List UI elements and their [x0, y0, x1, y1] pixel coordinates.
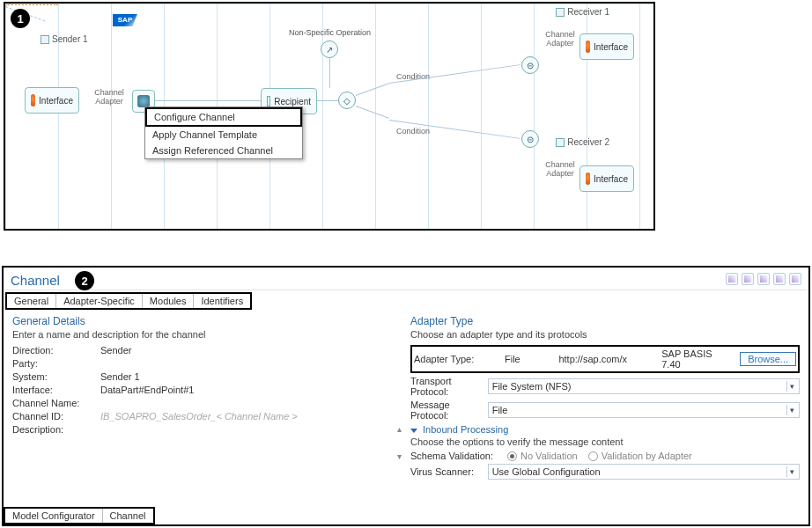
adapter-type-title: Adapter Type — [410, 315, 800, 327]
description-label: Description: — [12, 424, 100, 435]
party-label: Party: — [12, 358, 100, 369]
toolbar-link-icon[interactable] — [773, 273, 786, 285]
interface-icon — [586, 172, 590, 185]
general-details-sub: Enter a name and description for the cha… — [12, 329, 402, 340]
ctx-configure-channel[interactable]: Configure Channel — [145, 107, 302, 127]
tab-modules[interactable]: Modules — [143, 294, 195, 308]
system-value: Sender 1 — [100, 371, 402, 382]
edge-op-down — [329, 58, 330, 88]
description-scroll-arrows: ▴ ▾ — [397, 424, 402, 461]
row-channel-id: Channel ID: IB_SOAPRO_SalesOrder_< Chann… — [12, 411, 402, 422]
chevron-down-icon: ▾ — [786, 466, 797, 477]
swimlane-sender-label: Sender 1 — [52, 34, 88, 44]
radio-validation-by-adapter[interactable]: Validation by Adapter — [588, 451, 692, 461]
transport-protocol-value: File System (NFS) — [492, 381, 572, 392]
node-split[interactable]: ◇ — [338, 92, 356, 109]
channel-name-label: Channel Name: — [12, 398, 100, 408]
bottom-tab-model-configurator[interactable]: Model Configurator — [5, 509, 103, 523]
direction-value: Sender — [100, 345, 402, 356]
ctx-apply-template[interactable]: Apply Channel Template — [145, 127, 302, 143]
interface-icon — [586, 40, 590, 53]
transport-protocol-label: Transport Protocol: — [410, 376, 488, 397]
row-adapter-type: Adapter Type: File http://sap.com/x SAP … — [410, 345, 800, 373]
non-specific-op-icon[interactable]: ↗ — [321, 40, 338, 58]
channel-toolbar — [726, 273, 801, 285]
direction-label: Direction: — [12, 345, 100, 356]
divider — [5, 290, 807, 290]
callout-1: 1 — [11, 9, 30, 28]
swimlane-receiver1: Receiver 1 — [556, 7, 609, 17]
interface-value: DataPart#EndPoint#1 — [100, 385, 402, 395]
tab-general[interactable]: General — [7, 294, 56, 308]
bottom-tab-channel[interactable]: Channel — [103, 509, 153, 523]
swimlane-recv1-label: Receiver 1 — [567, 7, 609, 17]
row-transport-protocol: Transport Protocol: File System (NFS) ▾ — [410, 376, 800, 397]
tab-identifiers[interactable]: Identifiers — [194, 294, 250, 308]
callout-2: 2 — [75, 271, 94, 290]
node-endpoint1[interactable]: ⊝ — [521, 56, 539, 74]
virus-scanner-select[interactable]: Use Global Configuration ▾ — [488, 464, 800, 480]
channel-id-value: IB_SOAPRO_SalesOrder_< Channel Name > — [100, 411, 402, 422]
channel-tabs-highlight: General Adapter-Specific Modules Identif… — [5, 292, 252, 310]
node-recv1-label: Interface — [594, 42, 628, 52]
radio-no-validation[interactable]: No Validation — [507, 451, 578, 461]
edge-label-condition2: Condition — [396, 127, 430, 136]
message-protocol-label: Message Protocol: — [410, 400, 488, 421]
channel-title: Channel — [4, 268, 808, 290]
description-value[interactable] — [100, 424, 397, 459]
general-details-title: General Details — [12, 315, 402, 327]
message-protocol-value: File — [492, 405, 508, 415]
node-recv2-label: Interface — [594, 174, 628, 184]
interface-label: Interface: — [12, 385, 100, 395]
edge-label-channel-adapter-r1: Channel Adapter — [541, 30, 579, 48]
radio-no-validation-label: No Validation — [520, 451, 578, 461]
channel-id-label: Channel ID: — [12, 411, 100, 422]
context-menu: Configure Channel Apply Channel Template… — [144, 106, 303, 159]
bottom-tabs: Model Configurator Channel — [4, 507, 155, 524]
interface-icon — [31, 94, 35, 106]
toolbar-nav-back-icon[interactable] — [726, 273, 738, 285]
toolbar-settings-icon[interactable] — [789, 273, 801, 285]
node-sender-interface[interactable]: Interface — [25, 87, 79, 114]
browse-button[interactable]: Browse... — [740, 352, 796, 366]
inbound-processing-sub: Choose the options to verify the message… — [410, 436, 800, 447]
toolbar-nav-fwd-icon[interactable] — [742, 273, 754, 285]
swimlane-receiver2: Receiver 2 — [556, 137, 609, 147]
row-interface: Interface: DataPart#EndPoint#1 — [12, 385, 402, 395]
adapter-type-sub: Choose an adapter type and its protocols — [410, 329, 800, 340]
toolbar-refresh-icon[interactable] — [757, 273, 770, 285]
arrow-down-icon[interactable]: ▾ — [397, 451, 402, 461]
row-description: Description: ▴ ▾ — [12, 424, 402, 461]
arrow-up-icon[interactable]: ▴ — [397, 424, 402, 434]
collapse-triangle-icon — [410, 429, 417, 433]
row-party: Party: — [12, 358, 402, 369]
message-protocol-select[interactable]: File ▾ — [488, 402, 800, 418]
node-recv1-interface[interactable]: Interface — [579, 33, 634, 60]
node-recipient-label: Recipient — [274, 97, 311, 106]
channel-panel: Channel General Adapter-Specific Modules… — [2, 266, 810, 526]
edge-label-channel-adapter-left: Channel Adapter — [90, 88, 129, 106]
row-channel-name: Channel Name: — [12, 398, 402, 408]
ctx-assign-referenced[interactable]: Assign Referenced Channel — [145, 143, 302, 158]
virus-scanner-label: Virus Scanner: — [410, 466, 488, 477]
node-recv2-interface[interactable]: Interface — [579, 165, 634, 192]
node-endpoint2[interactable]: ⊝ — [521, 130, 539, 148]
channel-icon — [137, 95, 150, 107]
row-system: System: Sender 1 — [12, 371, 402, 382]
chevron-down-icon: ▾ — [786, 381, 797, 392]
adapter-type-section: Adapter Type Choose an adapter type and … — [410, 315, 800, 482]
adapter-type-label: Adapter Type: — [414, 354, 498, 364]
transport-protocol-select[interactable]: File System (NFS) ▾ — [488, 378, 800, 394]
tab-adapter-specific[interactable]: Adapter-Specific — [56, 294, 143, 308]
row-virus-scanner: Virus Scanner: Use Global Configuration … — [410, 464, 800, 480]
inbound-processing-header[interactable]: Inbound Processing — [410, 424, 800, 435]
adapter-type-value: File — [505, 354, 551, 364]
radio-icon — [588, 451, 598, 461]
swimlane-sender: Sender 1 — [41, 34, 88, 44]
row-schema-validation: Schema Validation: No Validation Validat… — [410, 451, 800, 461]
inbound-processing-title: Inbound Processing — [423, 424, 508, 435]
adapter-type-basis: SAP BASIS 7.40 — [661, 348, 733, 370]
edge-label-channel-adapter-r2: Channel Adapter — [541, 160, 579, 178]
non-specific-op-label: Non-Specific Operation — [289, 28, 371, 37]
row-message-protocol: Message Protocol: File ▾ — [410, 400, 800, 421]
